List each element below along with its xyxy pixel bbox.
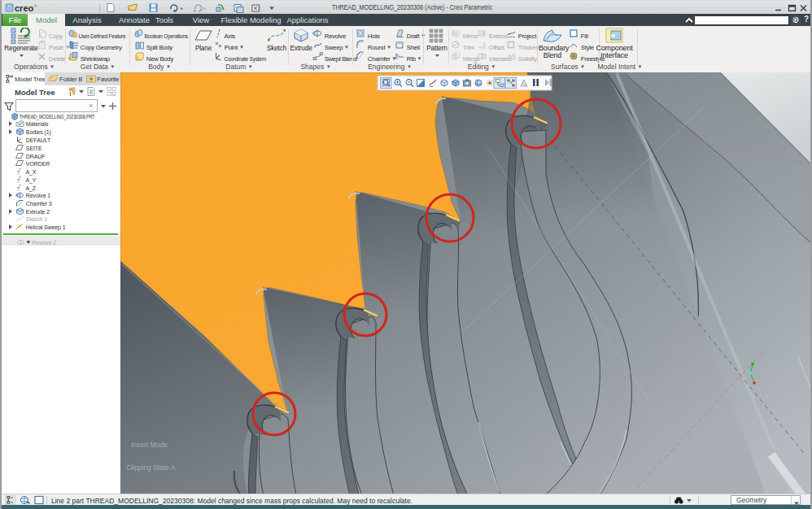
svg-text:creo: creo	[15, 3, 34, 13]
svg-text:Clipping State A: Clipping State A	[126, 463, 176, 472]
svg-text:Insert Mode: Insert Mode	[131, 441, 168, 449]
